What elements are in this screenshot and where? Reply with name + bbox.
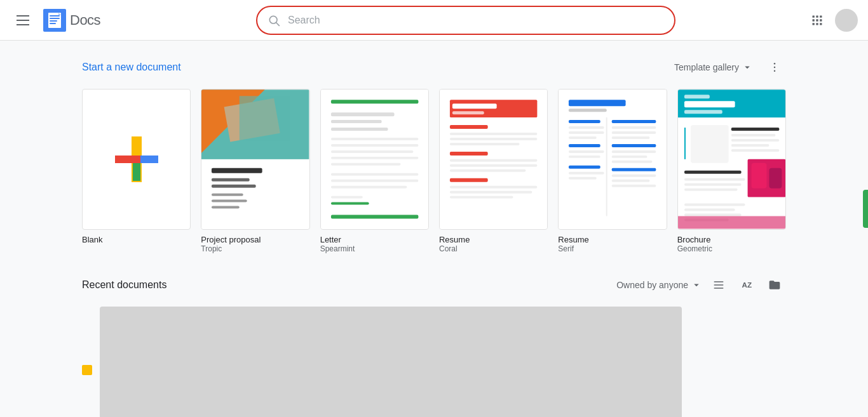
svg-rect-31 xyxy=(240,96,290,140)
svg-rect-82 xyxy=(612,131,656,134)
app-logo[interactable]: Docs xyxy=(43,9,100,32)
svg-rect-117 xyxy=(684,214,742,216)
svg-rect-33 xyxy=(212,178,250,182)
sort-button[interactable]: AZ xyxy=(735,274,758,296)
svg-rect-46 xyxy=(331,157,418,159)
svg-rect-73 xyxy=(569,120,600,123)
template-sublabel-resume-serif: Serif xyxy=(558,244,667,253)
search-box xyxy=(256,6,675,35)
svg-rect-107 xyxy=(731,134,775,136)
folder-icon xyxy=(768,279,781,291)
doc-thumbnail[interactable] xyxy=(100,307,682,417)
owned-by-label: Owned by anyone xyxy=(616,280,688,290)
svg-rect-44 xyxy=(331,144,418,147)
template-gallery-label: Template gallery xyxy=(674,62,739,72)
template-gallery-button[interactable]: Template gallery xyxy=(674,62,753,73)
apps-grid-icon xyxy=(811,14,824,27)
svg-rect-35 xyxy=(212,194,243,196)
template-label-resume-coral: Resume xyxy=(439,235,548,244)
search-icon xyxy=(268,14,280,27)
svg-rect-37 xyxy=(212,206,240,209)
svg-rect-32 xyxy=(212,168,262,173)
svg-rect-4 xyxy=(50,20,57,22)
svg-rect-111 xyxy=(684,171,742,174)
list-view-button[interactable] xyxy=(707,274,730,296)
svg-rect-103 xyxy=(751,163,766,189)
recent-doc-row xyxy=(82,307,786,417)
svg-rect-112 xyxy=(684,178,745,181)
svg-point-19 xyxy=(774,70,776,72)
template-card-blank[interactable]: Blank xyxy=(82,89,191,253)
svg-rect-109 xyxy=(731,144,769,147)
svg-rect-49 xyxy=(331,180,418,182)
svg-rect-48 xyxy=(331,173,418,176)
docs-logo-icon xyxy=(43,9,66,32)
svg-rect-2 xyxy=(50,15,60,17)
list-view-icon xyxy=(712,279,725,291)
svg-rect-102 xyxy=(691,125,729,163)
section-actions: Template gallery xyxy=(674,56,786,79)
app-name-label: Docs xyxy=(70,12,100,29)
brochure-preview-svg xyxy=(678,89,785,229)
svg-rect-22 xyxy=(133,138,140,157)
template-card-brochure[interactable]: Brochure Geometric xyxy=(677,89,786,253)
templates-grid: Blank xyxy=(82,89,786,253)
svg-rect-75 xyxy=(569,131,604,134)
svg-rect-67 xyxy=(450,186,537,189)
svg-point-18 xyxy=(774,67,776,69)
svg-rect-83 xyxy=(612,136,650,139)
hamburger-icon xyxy=(17,15,29,25)
svg-rect-89 xyxy=(569,166,600,169)
owned-by-filter-button[interactable]: Owned by anyone xyxy=(616,279,702,291)
svg-rect-78 xyxy=(569,150,604,153)
svg-rect-47 xyxy=(331,163,401,166)
folder-view-button[interactable] xyxy=(763,274,786,296)
svg-rect-23 xyxy=(133,162,140,181)
start-new-title: Start a new document xyxy=(82,62,181,73)
recent-header: Recent documents Owned by anyone xyxy=(82,274,786,296)
more-options-button[interactable] xyxy=(763,56,786,79)
svg-point-17 xyxy=(774,63,776,65)
recent-title: Recent documents xyxy=(82,279,166,291)
svg-rect-91 xyxy=(569,177,597,180)
svg-rect-26 xyxy=(133,156,140,163)
template-preview-project-proposal xyxy=(201,89,309,230)
svg-rect-60 xyxy=(450,138,537,140)
template-sublabel-brochure: Geometric xyxy=(677,244,786,253)
template-card-resume-coral[interactable]: Resume Coral xyxy=(439,89,548,253)
svg-rect-25 xyxy=(140,156,158,163)
svg-rect-105 xyxy=(684,128,686,159)
svg-rect-68 xyxy=(450,191,532,194)
menu-icon-button[interactable] xyxy=(10,8,36,33)
search-input[interactable] xyxy=(288,15,664,26)
avatar[interactable] xyxy=(835,9,858,32)
svg-rect-80 xyxy=(612,120,656,123)
template-card-letter[interactable]: Letter Spearmint xyxy=(320,89,429,253)
svg-rect-92 xyxy=(612,168,656,171)
svg-rect-15 xyxy=(816,23,818,25)
svg-rect-5 xyxy=(50,23,56,24)
svg-rect-116 xyxy=(684,209,735,211)
svg-rect-16 xyxy=(820,23,822,25)
svg-rect-64 xyxy=(450,164,537,167)
template-sublabel-letter: Spearmint xyxy=(320,244,429,253)
svg-rect-113 xyxy=(684,183,742,186)
more-vert-icon xyxy=(768,61,781,74)
template-card-project-proposal[interactable]: Project proposal Tropic xyxy=(201,89,309,253)
svg-rect-12 xyxy=(816,19,818,21)
svg-rect-95 xyxy=(612,185,656,187)
svg-rect-43 xyxy=(331,138,418,140)
svg-rect-93 xyxy=(612,175,656,177)
apps-grid-button[interactable] xyxy=(804,8,830,33)
main-content: Start a new document Template gallery xyxy=(72,41,796,417)
svg-rect-65 xyxy=(450,169,526,172)
resume-serif-preview-svg xyxy=(559,89,666,229)
header-right xyxy=(782,8,858,33)
letter-preview-svg xyxy=(321,89,428,229)
template-preview-resume-coral xyxy=(439,89,548,230)
sidebar-accent xyxy=(863,190,868,228)
svg-rect-86 xyxy=(612,156,648,158)
templates-section-header: Start a new document Template gallery xyxy=(82,56,786,79)
template-card-resume-serif[interactable]: Resume Serif xyxy=(558,89,667,253)
svg-rect-11 xyxy=(813,19,815,21)
